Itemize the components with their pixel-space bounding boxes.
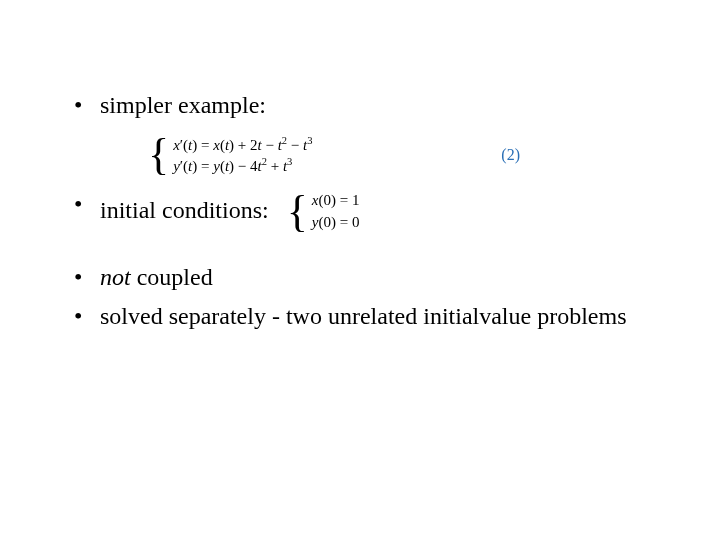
bullet-not-coupled: not coupled (60, 262, 660, 293)
bullet-text-rest: coupled (131, 264, 213, 290)
left-brace-icon: { (287, 200, 308, 224)
bullet-text: simpler example: (100, 92, 266, 118)
bullet-solved-separately: solved separately - two unrelated initia… (60, 301, 660, 332)
equation-line-2: y′(t) = y(t) − 4t2 + t3 (173, 156, 312, 175)
bullet-initial-conditions: initial conditions: { x(0) = 1 y(0) = 0 (60, 189, 660, 232)
ic-line-2: y(0) = 0 (312, 213, 360, 233)
italic-word: not (100, 264, 131, 290)
ic-line-1: x(0) = 1 (312, 191, 360, 211)
bullet-simpler-example: simpler example: (60, 90, 660, 121)
equation-number: (2) (501, 146, 660, 164)
initial-conditions-system: { x(0) = 1 y(0) = 0 (287, 189, 360, 232)
bullet-list: simpler example: { x′(t) = x(t) + 2t − t… (60, 90, 660, 333)
equation-system: { x′(t) = x(t) + 2t − t2 − t3 y′(t) = y(… (148, 135, 312, 175)
equation-line-1: x′(t) = x(t) + 2t − t2 − t3 (173, 135, 312, 154)
equation-system-row: { x′(t) = x(t) + 2t − t2 − t3 y′(t) = y(… (60, 135, 660, 175)
bullet-text: solved separately - two unrelated initia… (100, 303, 627, 329)
bullet-text: initial conditions: (100, 195, 269, 226)
left-brace-icon: { (148, 143, 169, 167)
